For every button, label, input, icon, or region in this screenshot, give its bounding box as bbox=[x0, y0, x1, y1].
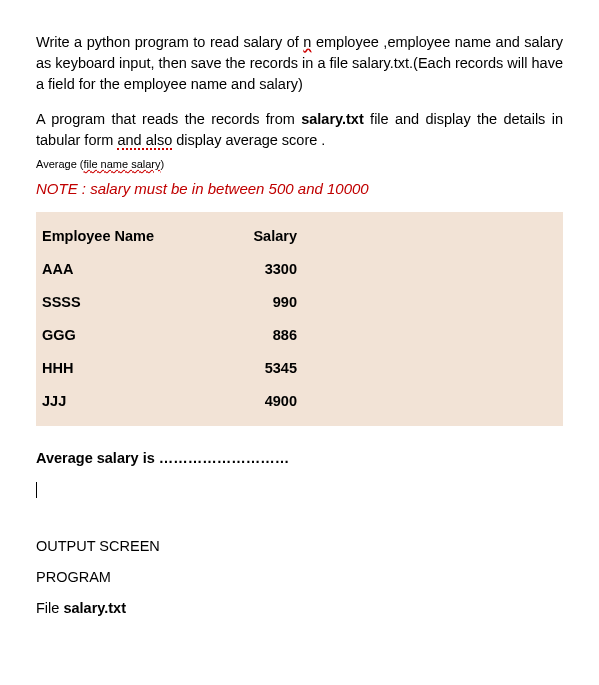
p2-before: A program that reads the records from bbox=[36, 111, 301, 127]
cell-salary: 886 bbox=[217, 325, 297, 346]
small-wavy: file name salary bbox=[84, 158, 161, 170]
cell-name: JJJ bbox=[42, 391, 217, 412]
cell-salary: 3300 bbox=[217, 259, 297, 280]
p2-bold: salary.txt bbox=[301, 111, 364, 127]
cell-salary: 990 bbox=[217, 292, 297, 313]
text-cursor-icon bbox=[36, 482, 37, 498]
small-after: ) bbox=[161, 158, 165, 170]
header-employee-name: Employee Name bbox=[42, 226, 217, 247]
file-bold: salary.txt bbox=[63, 600, 126, 616]
small-avg-line: Average (file name salary) bbox=[36, 157, 563, 173]
cell-salary: 5345 bbox=[217, 358, 297, 379]
file-before: File bbox=[36, 600, 63, 616]
paragraph-2: A program that reads the records from sa… bbox=[36, 109, 563, 151]
cell-name: HHH bbox=[42, 358, 217, 379]
paragraph-1: Write a python program to read salary of… bbox=[36, 32, 563, 95]
table-header-row: Employee Name Salary bbox=[42, 220, 557, 253]
p2-dotted: and also bbox=[117, 132, 172, 150]
p1-before: Write a python program to read salary of bbox=[36, 34, 303, 50]
cell-name: GGG bbox=[42, 325, 217, 346]
p2-after: display average score . bbox=[172, 132, 325, 148]
cursor-line bbox=[36, 479, 563, 500]
program-label: PROGRAM bbox=[36, 567, 563, 588]
salary-table: Employee Name Salary AAA 3300 SSSS 990 G… bbox=[36, 212, 563, 426]
cell-name: SSSS bbox=[42, 292, 217, 313]
table-row: HHH 5345 bbox=[42, 352, 557, 385]
average-salary-line: Average salary is ……………………… bbox=[36, 448, 563, 469]
small-before: Average ( bbox=[36, 158, 84, 170]
table-row: GGG 886 bbox=[42, 319, 557, 352]
table-row: AAA 3300 bbox=[42, 253, 557, 286]
file-label: File salary.txt bbox=[36, 598, 563, 619]
table-row: SSSS 990 bbox=[42, 286, 557, 319]
cell-name: AAA bbox=[42, 259, 217, 280]
table-row: JJJ 4900 bbox=[42, 385, 557, 418]
header-salary: Salary bbox=[217, 226, 297, 247]
output-screen-label: OUTPUT SCREEN bbox=[36, 536, 563, 557]
note-line: NOTE : salary must be in between 500 and… bbox=[36, 178, 563, 200]
cell-salary: 4900 bbox=[217, 391, 297, 412]
